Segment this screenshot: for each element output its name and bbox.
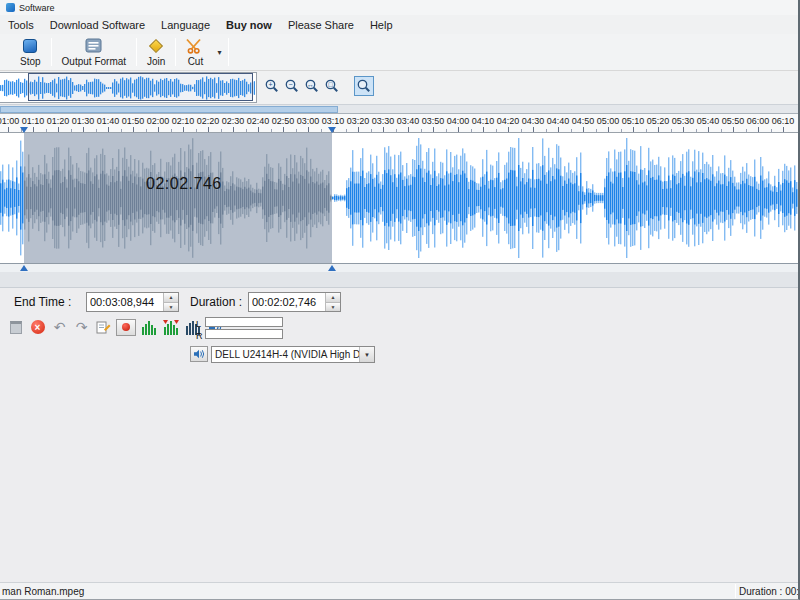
combo-arrow-icon[interactable]: ▼: [359, 347, 374, 362]
zoom-horizontal-button[interactable]: ↔: [302, 76, 322, 96]
ruler-tick: [308, 127, 309, 132]
ruler-tick: [283, 127, 284, 132]
meter-right-label: R: [196, 331, 203, 341]
duration-spin-down[interactable]: ▼: [326, 303, 340, 312]
undo-button[interactable]: ↶: [50, 318, 69, 336]
ruler-tick: [258, 127, 259, 132]
ruler-tick: [33, 127, 34, 132]
ruler-label: 04:30: [522, 116, 545, 126]
ruler-label: 03:40: [397, 116, 420, 126]
waveform-overview[interactable]: [0, 72, 257, 103]
menu-item-help[interactable]: Help: [362, 17, 401, 33]
menu-item-download-software[interactable]: Download Software: [42, 17, 153, 33]
toolbar-separator: [51, 38, 52, 66]
cut-dropdown-arrow[interactable]: ▾: [212, 48, 226, 57]
end-time-spin-up[interactable]: ▲: [164, 293, 178, 303]
audio-device-button[interactable]: [190, 346, 208, 362]
status-divider: [735, 584, 736, 598]
status-filename: man Roman.mpeg: [2, 586, 84, 597]
edit-icon: [96, 320, 111, 335]
cut-button[interactable]: Cut: [178, 34, 212, 70]
overview-view-rectangle[interactable]: [28, 73, 253, 101]
duration-input[interactable]: [249, 293, 325, 311]
menu-item-tools[interactable]: Tools: [0, 17, 42, 33]
ruler-tick: [408, 127, 409, 132]
duration-spin-up[interactable]: ▲: [326, 293, 340, 303]
panel-divider-band: [0, 272, 798, 288]
ruler-label: 03:20: [347, 116, 370, 126]
zoom-full-button[interactable]: □: [322, 76, 342, 96]
ruler-tick: [583, 127, 584, 132]
ruler-minor-tick: [246, 129, 247, 132]
zoom-selection-button[interactable]: [354, 76, 374, 96]
audio-device-select[interactable]: DELL U2414H-4 (NVIDIA High Defi ▼: [211, 346, 375, 363]
waveform-display[interactable]: 02:02.746: [0, 133, 798, 263]
window-title: Software: [19, 3, 55, 13]
ruler-tick: [558, 127, 559, 132]
edit-button[interactable]: [94, 318, 113, 336]
audio-device-value: DELL U2414H-4 (NVIDIA High Defi: [212, 349, 359, 360]
ruler-tick: [8, 127, 9, 132]
ruler-label: 01:50: [122, 116, 145, 126]
waveform-scrollbar[interactable]: [0, 104, 798, 113]
stop-button[interactable]: Stop: [12, 34, 49, 70]
end-time-input[interactable]: [87, 293, 163, 311]
ruler-label: 06:10: [772, 116, 795, 126]
edit-tools-row: × ↶ ↷: [6, 318, 224, 336]
zoom-in-button[interactable]: +: [262, 76, 282, 96]
join-label: Join: [147, 56, 165, 67]
menu-bar: ToolsDownload SoftwareLanguageBuy nowPle…: [0, 15, 798, 34]
ruler-minor-tick: [171, 129, 172, 132]
ruler-minor-tick: [546, 129, 547, 132]
end-time-spin-down[interactable]: ▼: [164, 303, 178, 312]
waveform-svg: [0, 133, 798, 263]
output-format-button[interactable]: Output Format: [54, 34, 134, 70]
cut-label: Cut: [188, 56, 204, 67]
delete-button[interactable]: ×: [28, 318, 47, 336]
fade-out-button[interactable]: [161, 318, 180, 336]
ruler-tick: [83, 127, 84, 132]
ruler-minor-tick: [671, 129, 672, 132]
ruler-minor-tick: [471, 129, 472, 132]
selection-marker-bottom[interactable]: [328, 265, 336, 271]
redo-icon: ↷: [76, 320, 88, 334]
redo-button[interactable]: ↷: [72, 318, 91, 336]
ruler-minor-tick: [771, 129, 772, 132]
svg-text:+: +: [268, 81, 272, 88]
menu-item-please-share[interactable]: Please Share: [280, 17, 362, 33]
ruler-minor-tick: [296, 129, 297, 132]
ruler-tick: [608, 127, 609, 132]
scrollbar-thumb[interactable]: [0, 106, 338, 113]
status-bar: man Roman.mpeg Duration : 00:0: [0, 582, 798, 599]
ruler-label: 01:00: [0, 116, 19, 126]
zoom-out-button[interactable]: −: [282, 76, 302, 96]
output-format-label: Output Format: [62, 56, 126, 67]
timeline-ruler[interactable]: 01:0001:1001:2001:3001:4001:5002:0002:10…: [0, 113, 798, 133]
selection-marker-bottom[interactable]: [20, 265, 28, 271]
undo-icon: ↶: [54, 320, 66, 334]
fade-in-button[interactable]: [139, 318, 158, 336]
ruler-tick: [183, 127, 184, 132]
ruler-minor-tick: [621, 129, 622, 132]
ruler-label: 05:00: [597, 116, 620, 126]
record-button[interactable]: [116, 319, 136, 336]
menu-item-buy-now[interactable]: Buy now: [218, 17, 280, 33]
toolbar-separator: [136, 38, 137, 66]
ruler-tick: [783, 127, 784, 132]
ruler-tick: [483, 127, 484, 132]
join-button[interactable]: Join: [139, 34, 173, 70]
ruler-tick: [133, 127, 134, 132]
ruler-minor-tick: [71, 129, 72, 132]
delete-icon: ×: [31, 320, 45, 334]
ruler-minor-tick: [396, 129, 397, 132]
ruler-minor-tick: [96, 129, 97, 132]
join-icon: [151, 38, 161, 54]
selection-handle-strip[interactable]: [0, 263, 798, 272]
stop-label: Stop: [20, 56, 41, 67]
equalizer-marked-icon: [163, 320, 179, 335]
menu-item-language[interactable]: Language: [153, 17, 218, 33]
clipboard-button[interactable]: [6, 318, 25, 336]
ruler-tick: [533, 127, 534, 132]
duration-label: Duration :: [190, 295, 242, 309]
ruler-label: 05:40: [697, 116, 720, 126]
